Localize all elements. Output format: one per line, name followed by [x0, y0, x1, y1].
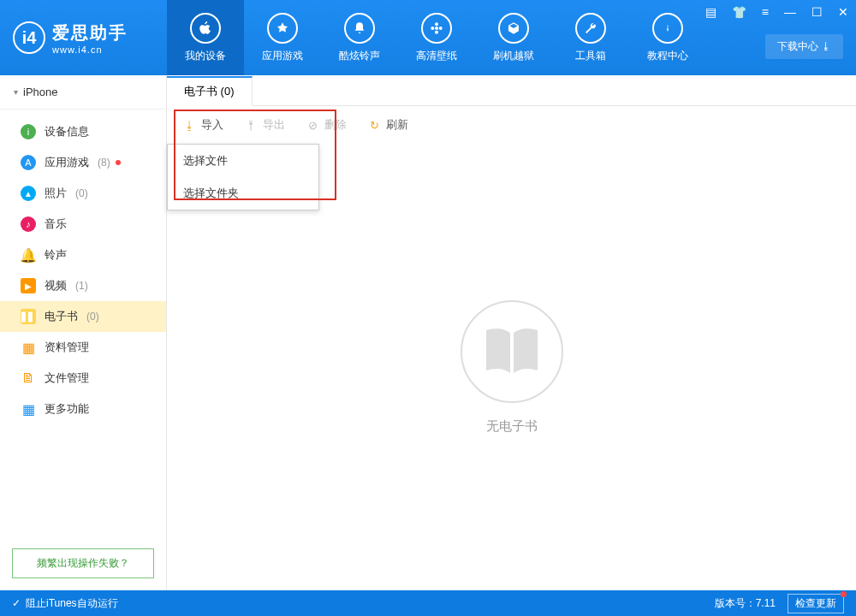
main-panel: 电子书 (0) ⭳ 导入 ⭱ 导出 ⊘ 删除 ↻ 刷新 选择文件 选择文件夹 [167, 75, 856, 590]
nav-label: 刷机越狱 [493, 49, 534, 63]
refresh-label: 刷新 [386, 117, 408, 133]
export-label: 导出 [263, 117, 285, 133]
book-icon: ▋▋ [21, 309, 36, 324]
nav-tutorials[interactable]: 教程中心 [629, 0, 706, 75]
import-label: 导入 [201, 117, 223, 133]
grid-icon: ▦ [21, 401, 36, 417]
sidebar-item-count: (0) [75, 187, 88, 199]
check-update-button[interactable]: 检查更新 [788, 594, 844, 613]
sidebar-item-files[interactable]: 🗎 文件管理 [0, 363, 166, 394]
svg-point-0 [435, 27, 438, 30]
data-icon: ▦ [21, 340, 36, 355]
help-link[interactable]: 频繁出现操作失败？ [12, 548, 154, 578]
skin-icon[interactable]: 👕 [728, 3, 750, 21]
sidebar-item-label: 铃声 [45, 247, 67, 263]
delete-label: 删除 [324, 117, 347, 133]
notification-dot-icon [841, 591, 847, 597]
sidebar-item-music[interactable]: ♪ 音乐 [0, 209, 166, 240]
wrench-icon [575, 13, 606, 44]
check-icon: ✓ [12, 597, 21, 609]
import-icon: ⭳ [182, 118, 196, 132]
import-button[interactable]: ⭳ 导入 [182, 117, 223, 133]
import-dropdown: 选择文件 选择文件夹 [167, 144, 319, 210]
music-icon: ♪ [21, 216, 36, 232]
menu-icon[interactable]: ≡ [758, 3, 772, 21]
sidebar-item-device-info[interactable]: i 设备信息 [0, 116, 166, 147]
file-icon: 🗎 [21, 370, 36, 386]
photo-icon: ▲ [21, 186, 36, 201]
sidebar-item-label: 文件管理 [45, 370, 89, 386]
sidebar-item-label: 应用游戏 [45, 155, 89, 170]
sidebar-item-label: 照片 [45, 186, 67, 201]
chevron-down-icon: ▾ [14, 87, 18, 97]
device-name: iPhone [23, 86, 57, 98]
svg-point-2 [435, 30, 438, 33]
tab-ebooks[interactable]: 电子书 (0) [167, 76, 253, 106]
sidebar-item-ebooks[interactable]: ▋▋ 电子书 (0) [0, 301, 166, 332]
apps-icon: A [21, 155, 36, 170]
sidebar-item-videos[interactable]: ▶ 视频 (1) [0, 270, 166, 301]
empty-state: 无电子书 [167, 144, 856, 590]
close-icon[interactable]: ✕ [835, 3, 852, 21]
sidebar-item-label: 音乐 [45, 216, 67, 232]
nav-label: 应用游戏 [262, 49, 303, 63]
sidebar-item-more[interactable]: ▦ 更多功能 [0, 394, 166, 424]
download-center-button[interactable]: 下载中心 ⭳ [765, 34, 843, 59]
nav-label: 教程中心 [647, 49, 688, 63]
sidebar-item-label: 设备信息 [45, 124, 89, 139]
export-button[interactable]: ⭱ 导出 [244, 117, 285, 133]
app-header: i4 爱思助手 www.i4.cn 我的设备 应用游戏 酷炫铃声 高清壁纸 刷机… [0, 0, 856, 75]
logo-block: i4 爱思助手 www.i4.cn [0, 0, 167, 75]
sidebar-item-ringtones[interactable]: 🔔 铃声 [0, 240, 166, 270]
apple-icon [190, 13, 221, 44]
delete-button[interactable]: ⊘ 删除 [306, 117, 347, 133]
notification-dot-icon [116, 160, 121, 165]
sidebar: ▾ iPhone i 设备信息 A 应用游戏 (8) ▲ 照片 (0) ♪ 音乐 [0, 75, 167, 590]
maximize-icon[interactable]: ☐ [808, 3, 826, 21]
nav-label: 酷炫铃声 [339, 49, 380, 63]
appstore-icon [267, 13, 298, 44]
top-nav: 我的设备 应用游戏 酷炫铃声 高清壁纸 刷机越狱 工具箱 教程中心 [167, 0, 706, 75]
svg-point-3 [431, 27, 434, 30]
refresh-icon: ↻ [367, 118, 381, 132]
video-icon: ▶ [21, 278, 36, 293]
info-icon: i [21, 124, 36, 139]
sidebar-item-label: 更多功能 [45, 401, 89, 417]
minimize-icon[interactable]: — [781, 3, 800, 21]
nav-apps[interactable]: 应用游戏 [244, 0, 321, 75]
feedback-icon[interactable]: ▤ [702, 3, 720, 21]
download-center-label: 下载中心 [777, 40, 818, 52]
sidebar-item-count: (0) [86, 311, 99, 323]
sidebar-item-apps[interactable]: A 应用游戏 (8) [0, 147, 166, 178]
sidebar-item-label: 资料管理 [45, 340, 89, 355]
dropdown-select-file[interactable]: 选择文件 [168, 145, 318, 177]
tab-bar: 电子书 (0) [167, 75, 856, 106]
window-controls: ▤ 👕 ≡ — ☐ ✕ [702, 3, 852, 21]
logo-icon: i4 [13, 21, 45, 54]
delete-icon: ⊘ [306, 118, 319, 132]
nav-label: 高清壁纸 [416, 49, 457, 63]
nav-label: 我的设备 [185, 49, 226, 63]
sidebar-item-data[interactable]: ▦ 资料管理 [0, 332, 166, 363]
version-info: 版本号：7.11 [715, 596, 776, 611]
dropdown-select-folder[interactable]: 选择文件夹 [168, 177, 318, 210]
export-icon: ⭱ [244, 118, 258, 132]
sidebar-item-label: 电子书 [45, 309, 78, 324]
itunes-block-toggle[interactable]: 阻止iTunes自动运行 [26, 596, 118, 611]
sidebar-item-count: (8) [98, 157, 110, 169]
nav-jailbreak[interactable]: 刷机越狱 [475, 0, 552, 75]
status-bar: ✓ 阻止iTunes自动运行 版本号：7.11 检查更新 [0, 590, 856, 616]
sidebar-item-photos[interactable]: ▲ 照片 (0) [0, 178, 166, 209]
nav-wallpapers[interactable]: 高清壁纸 [398, 0, 475, 75]
nav-my-device[interactable]: 我的设备 [167, 0, 244, 75]
info-icon [652, 13, 683, 44]
box-icon [498, 13, 529, 44]
svg-point-4 [439, 27, 443, 30]
svg-point-1 [435, 22, 438, 26]
refresh-button[interactable]: ↻ 刷新 [367, 117, 408, 133]
nav-ringtones[interactable]: 酷炫铃声 [321, 0, 398, 75]
toolbar: ⭳ 导入 ⭱ 导出 ⊘ 删除 ↻ 刷新 选择文件 选择文件夹 [167, 106, 856, 144]
device-header[interactable]: ▾ iPhone [0, 75, 166, 110]
sidebar-item-count: (1) [75, 280, 88, 292]
nav-toolbox[interactable]: 工具箱 [552, 0, 629, 75]
